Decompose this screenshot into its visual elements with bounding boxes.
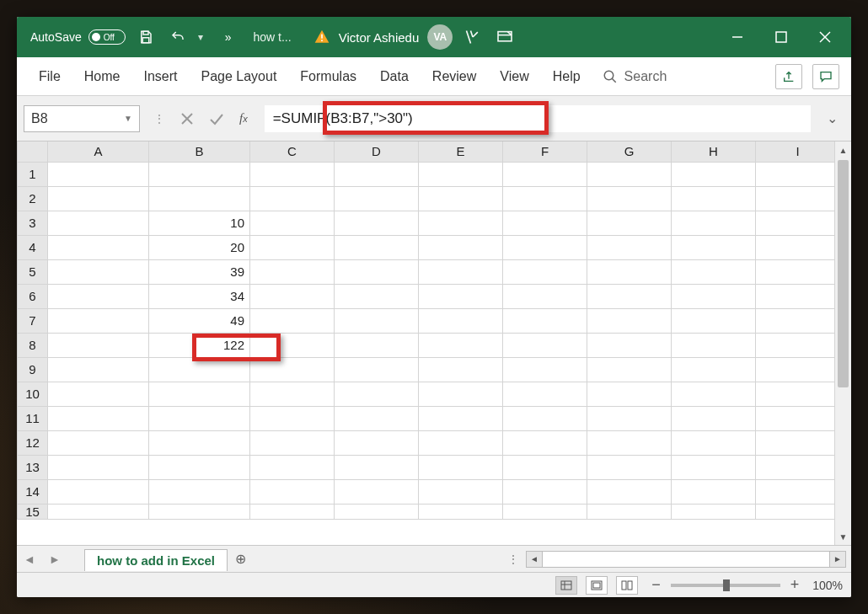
tab-formulas[interactable]: Formulas [290, 64, 367, 89]
cell[interactable] [672, 333, 756, 357]
grid[interactable]: A B C D E F G H I 1231042053963474981229… [17, 141, 834, 545]
cell[interactable] [335, 479, 419, 504]
zoom-track[interactable] [671, 584, 780, 587]
save-icon[interactable] [134, 25, 158, 49]
tab-page-layout[interactable]: Page Layout [190, 64, 287, 89]
cell[interactable] [756, 162, 835, 186]
cell[interactable] [419, 406, 503, 430]
cell[interactable] [587, 406, 672, 430]
row-header[interactable]: 14 [18, 479, 48, 504]
cell[interactable] [587, 235, 672, 259]
cell[interactable] [419, 357, 503, 382]
cell[interactable] [756, 186, 835, 211]
cell[interactable] [48, 162, 149, 186]
cell[interactable] [503, 504, 587, 519]
cell[interactable] [672, 211, 756, 235]
autosave-toggle[interactable]: Off [88, 29, 126, 45]
cell[interactable] [48, 308, 149, 333]
col-header[interactable]: F [503, 141, 587, 162]
tab-data[interactable]: Data [370, 64, 419, 89]
cell[interactable] [149, 382, 250, 406]
cell[interactable] [335, 504, 419, 519]
cell[interactable] [335, 455, 419, 479]
cell[interactable] [48, 284, 149, 308]
cell[interactable]: 20 [149, 235, 250, 259]
cell[interactable] [149, 504, 250, 519]
cell[interactable] [149, 162, 250, 186]
cancel-icon[interactable] [180, 112, 194, 125]
col-header[interactable]: G [587, 141, 672, 162]
cell[interactable] [419, 430, 503, 455]
avatar[interactable]: VA [427, 24, 453, 50]
cell[interactable] [756, 504, 835, 519]
col-header[interactable]: E [419, 141, 503, 162]
horizontal-scrollbar[interactable]: ◄ ► [526, 551, 846, 568]
eraser-icon[interactable] [461, 25, 485, 49]
cell[interactable] [756, 308, 835, 333]
cell[interactable]: 49 [149, 308, 250, 333]
cell[interactable] [335, 430, 419, 455]
cell[interactable] [250, 504, 335, 519]
undo-dropdown-icon[interactable]: ▾ [198, 31, 203, 43]
hscroll-left-icon[interactable]: ◄ [526, 551, 543, 568]
cell[interactable] [672, 430, 756, 455]
add-sheet-button[interactable]: ⊕ [228, 551, 253, 567]
cell[interactable] [250, 235, 335, 259]
cell[interactable] [503, 333, 587, 357]
cell[interactable] [335, 357, 419, 382]
row-header[interactable]: 12 [18, 430, 48, 455]
cell[interactable] [250, 284, 335, 308]
scroll-down-icon[interactable]: ▼ [835, 528, 851, 545]
cell[interactable] [335, 308, 419, 333]
cell[interactable] [48, 504, 149, 519]
cell[interactable] [250, 186, 335, 211]
cell[interactable] [419, 479, 503, 504]
cell[interactable] [756, 235, 835, 259]
cell[interactable] [503, 430, 587, 455]
cell[interactable] [335, 186, 419, 211]
cell[interactable] [587, 211, 672, 235]
cell[interactable] [250, 333, 335, 357]
cell[interactable] [48, 406, 149, 430]
cell[interactable] [335, 333, 419, 357]
cell[interactable] [250, 259, 335, 284]
cell[interactable] [48, 455, 149, 479]
search-box[interactable]: Search [603, 69, 667, 84]
cell[interactable] [587, 357, 672, 382]
col-header[interactable]: C [250, 141, 335, 162]
cell[interactable] [503, 382, 587, 406]
cell[interactable] [149, 479, 250, 504]
tab-options-icon[interactable]: ⋮ [507, 553, 521, 566]
minimize-button[interactable] [718, 24, 757, 51]
cell[interactable] [419, 186, 503, 211]
cell[interactable] [756, 479, 835, 504]
formula-options-icon[interactable]: ⋮ [153, 112, 165, 125]
cell[interactable] [503, 479, 587, 504]
cell[interactable] [587, 430, 672, 455]
cell[interactable] [503, 211, 587, 235]
cell[interactable] [149, 455, 250, 479]
cell[interactable] [419, 308, 503, 333]
cell[interactable] [250, 211, 335, 235]
cell[interactable] [335, 284, 419, 308]
comments-button[interactable] [812, 64, 839, 89]
row-header[interactable]: 7 [18, 308, 48, 333]
cell[interactable] [672, 259, 756, 284]
col-header[interactable]: B [149, 141, 250, 162]
cell[interactable] [756, 211, 835, 235]
cell[interactable] [756, 430, 835, 455]
row-header[interactable]: 3 [18, 211, 48, 235]
row-header[interactable]: 13 [18, 455, 48, 479]
cell[interactable] [48, 259, 149, 284]
cell[interactable] [419, 211, 503, 235]
cell[interactable]: 39 [149, 259, 250, 284]
zoom-control[interactable]: − + [646, 576, 804, 594]
cell[interactable] [419, 382, 503, 406]
cell[interactable] [250, 406, 335, 430]
cell[interactable] [672, 186, 756, 211]
row-header[interactable]: 10 [18, 382, 48, 406]
cell[interactable] [756, 455, 835, 479]
cell[interactable]: 10 [149, 211, 250, 235]
col-header[interactable]: D [335, 141, 419, 162]
cell[interactable] [48, 357, 149, 382]
